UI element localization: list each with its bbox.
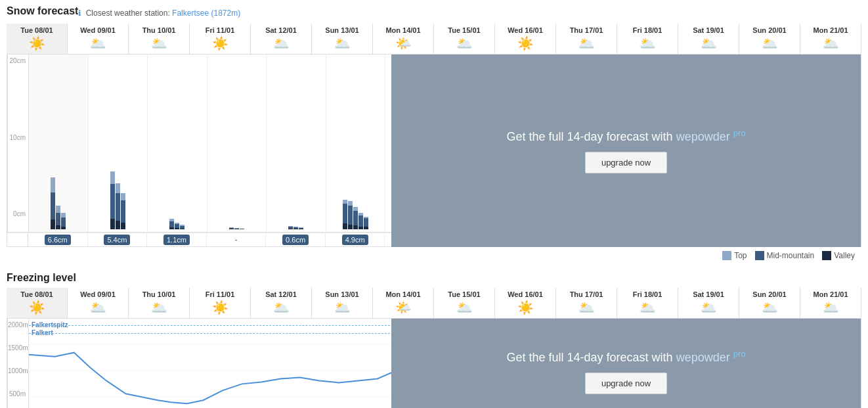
day-col-10: Fri 18/01 🌥️ xyxy=(617,24,678,54)
page-title: Snow forecast xyxy=(7,5,78,17)
day-label-11: Sat 19/01 xyxy=(678,290,739,298)
weather-icon-11: 🌥️ xyxy=(678,35,739,51)
day-col-10: Fri 18/01 🌥️ xyxy=(617,288,678,318)
weather-icon-12: 🌥️ xyxy=(739,300,800,315)
day-col-1: Wed 09/01 🌥️ xyxy=(68,24,129,54)
bar-valley xyxy=(175,228,179,229)
day-label-5: Sun 13/01 xyxy=(312,26,372,34)
day-label-9: Thu 17/01 xyxy=(556,290,617,298)
day-col-1: Wed 09/01 🌥️ xyxy=(68,288,129,318)
freezing-upgrade-overlay: Get the full 14-day forecast with wepowd… xyxy=(391,319,861,408)
legend-top-label: Top xyxy=(734,251,747,260)
snow-total-5: 4.9cm xyxy=(326,233,385,246)
weather-icon-10: 🌥️ xyxy=(617,35,678,51)
bar-mid xyxy=(169,221,174,227)
bar-mid xyxy=(61,217,66,227)
weather-icon-4: 🌥️ xyxy=(251,300,311,315)
weather-station-info: ℹ Closest weather station: Falkertsee (1… xyxy=(78,9,240,18)
weather-icon-5: 🌥️ xyxy=(312,35,372,51)
day-col-5: Sun 13/01 🌥️ xyxy=(312,288,373,318)
snow-y-axis: 20cm10cm0cm xyxy=(8,55,29,232)
weather-icon-1: 🌥️ xyxy=(68,35,128,51)
bar-valley xyxy=(234,229,239,229)
bar-top xyxy=(51,177,55,193)
bar-top xyxy=(110,171,115,184)
weather-icon-12: 🌥️ xyxy=(739,35,800,51)
weather-icon-10: 🌥️ xyxy=(617,300,678,315)
snow-day-col-5 xyxy=(326,55,386,232)
bar-mid xyxy=(51,193,55,219)
snow-total-0: 6.6cm xyxy=(28,233,88,246)
day-label-3: Fri 11/01 xyxy=(190,26,250,34)
info-icon: ℹ xyxy=(78,9,81,18)
weather-icon-9: 🌥️ xyxy=(556,35,617,51)
day-col-6: Mon 14/01 🌤️ xyxy=(373,288,434,318)
freezing-days-header: Tue 08/01 ☀️ Wed 09/01 🌥️ Thu 10/01 🌥️ F… xyxy=(7,288,861,319)
day-col-2: Thu 10/01 🌥️ xyxy=(129,288,190,318)
snow-total-4: 0.6cm xyxy=(266,233,326,246)
snow-total-2: 1.1cm xyxy=(147,233,207,246)
bar-valley xyxy=(61,227,66,230)
day-col-8: Wed 16/01 ☀️ xyxy=(495,288,556,318)
freezing-y-axis: 2000m 1500m 1000m 500m 0m xyxy=(8,319,29,408)
bar-mid xyxy=(358,215,363,227)
bar-valley xyxy=(180,229,184,230)
day-label-6: Mon 14/01 xyxy=(373,290,433,298)
day-col-9: Thu 17/01 🌥️ xyxy=(556,24,617,54)
bar-valley xyxy=(299,229,303,229)
weather-icon-7: 🌥️ xyxy=(434,300,494,315)
day-col-4: Sat 12/01 🌥️ xyxy=(251,288,312,318)
day-label-9: Thu 17/01 xyxy=(556,26,617,34)
bar-mid xyxy=(110,184,115,219)
day-label-10: Fri 18/01 xyxy=(617,26,678,34)
bar-valley xyxy=(364,227,368,229)
weather-icon-0: ☀️ xyxy=(7,35,67,51)
day-label-8: Wed 16/01 xyxy=(495,290,555,298)
upgrade-text: Get the full 14-day forecast with wepowd… xyxy=(507,128,746,144)
bar-valley xyxy=(353,225,358,229)
legend-top-box xyxy=(722,251,731,260)
legend-mid-box xyxy=(755,251,764,260)
weather-icon-0: ☀️ xyxy=(7,300,67,315)
day-col-11: Sat 19/01 🌥️ xyxy=(678,288,739,318)
weather-icon-11: 🌥️ xyxy=(678,300,739,315)
day-col-3: Fri 11/01 ☀️ xyxy=(190,288,251,318)
weather-icon-7: 🌥️ xyxy=(434,35,494,51)
day-col-7: Tue 15/01 🌥️ xyxy=(434,24,495,54)
bar-mid xyxy=(56,213,60,225)
days-header: Tue 08/01 ☀️ Wed 09/01 🌥️ Thu 10/01 🌥️ F… xyxy=(7,24,861,55)
freezing-section: Freezing level Tue 08/01 ☀️ Wed 09/01 🌥️… xyxy=(7,272,861,408)
upgrade-button[interactable]: upgrade now xyxy=(585,152,667,173)
legend-mid: Mid-mountain xyxy=(755,251,815,260)
bar-valley xyxy=(121,223,125,230)
snow-total-badge-4: 0.6cm xyxy=(282,235,309,245)
weather-icon-3: ☀️ xyxy=(190,35,250,51)
bar-valley xyxy=(229,229,234,229)
snow-day-col-1 xyxy=(89,55,148,232)
bar-mid xyxy=(121,200,125,223)
legend-valley-box xyxy=(822,251,831,260)
bar-valley xyxy=(110,219,115,230)
day-col-4: Sat 12/01 🌥️ xyxy=(251,24,312,54)
weather-station-link[interactable]: Falkertsee (1872m) xyxy=(172,9,240,18)
legend-top: Top xyxy=(722,251,747,260)
legend-valley-label: Valley xyxy=(834,251,855,260)
day-col-5: Sun 13/01 🌥️ xyxy=(312,24,373,54)
bar-mid xyxy=(364,218,368,227)
day-label-12: Sun 20/01 xyxy=(739,290,800,298)
freezing-upgrade-button[interactable]: upgrade now xyxy=(585,373,667,394)
legend: Top Mid-mountain Valley xyxy=(7,247,861,264)
legend-valley: Valley xyxy=(822,251,855,260)
day-col-11: Sat 19/01 🌥️ xyxy=(678,24,739,54)
day-col-8: Wed 16/01 ☀️ xyxy=(495,24,556,54)
weather-icon-1: 🌥️ xyxy=(68,300,128,315)
day-col-13: Mon 21/01 🌥️ xyxy=(800,288,861,318)
snow-total-badge-0: 6.6cm xyxy=(45,235,71,245)
day-label-1: Wed 09/01 xyxy=(68,26,128,34)
bar-mid xyxy=(348,206,353,225)
day-col-13: Mon 21/01 🌥️ xyxy=(800,24,861,54)
weather-icon-6: 🌤️ xyxy=(373,35,433,51)
snow-day-col-0 xyxy=(29,55,89,232)
day-label-7: Tue 15/01 xyxy=(434,290,494,298)
weather-icon-2: 🌥️ xyxy=(129,300,189,315)
